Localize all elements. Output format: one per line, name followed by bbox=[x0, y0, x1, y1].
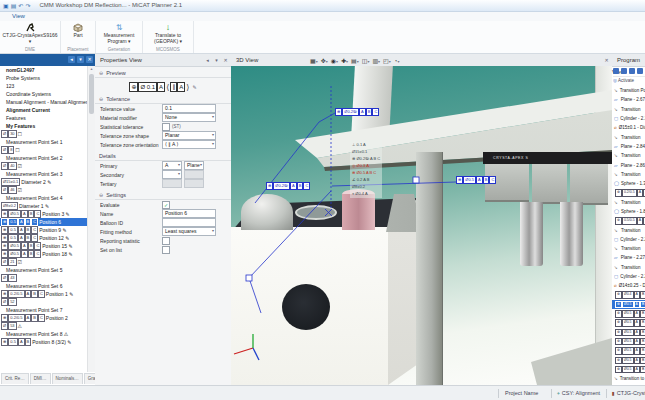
save-icon[interactable]: ▤ bbox=[11, 1, 17, 11]
gdt-annotation-3[interactable]: ⊕Ø0.5ABC bbox=[456, 176, 496, 184]
program-item[interactable]: ▱ Plane - 2.27 bbox=[612, 253, 645, 262]
program-item[interactable]: ↘ Transition bbox=[612, 132, 645, 141]
tree-item[interactable]: ⊕0.2/0.5ABC Position 1 ✎ bbox=[0, 290, 88, 298]
fitting-method-select[interactable]: Least squares▾ bbox=[162, 227, 216, 236]
program-tool-icon[interactable] bbox=[621, 68, 627, 74]
tree-item[interactable]: ⊕0.5ABC Position 6 bbox=[0, 218, 88, 226]
tree-item[interactable]: Measurement Point Set 7 bbox=[0, 306, 88, 314]
tolerance-section-header[interactable]: ⊖ Tolerance bbox=[95, 94, 231, 104]
tree-item[interactable]: Measurement Point Set 6 bbox=[0, 282, 88, 290]
program-item[interactable]: ▢ Cylinder - 2.16 bbox=[612, 114, 645, 123]
program-item[interactable]: ◯ Sphere - 1.86 bbox=[612, 207, 645, 216]
program-item[interactable]: ↘ Transition bbox=[612, 151, 645, 160]
tree-item[interactable]: Measurement Point Set 5 bbox=[0, 266, 88, 274]
close-icon[interactable]: ✕ bbox=[603, 56, 610, 64]
tree-item[interactable]: Ø15±0.1 Diameter 2 ✎ bbox=[0, 178, 88, 186]
tab-dmi[interactable]: DMI… bbox=[30, 373, 51, 384]
tree-item[interactable]: Ø40 ☑ bbox=[0, 162, 88, 170]
tab-nominals[interactable]: Nominals… bbox=[52, 373, 83, 384]
tree-item[interactable]: ⊕0.5AB Position 8 (3/2) ✎ bbox=[0, 338, 88, 346]
program-item[interactable]: ↘ Transition bbox=[612, 198, 645, 207]
tree-item[interactable]: ⊕Ø0.5ABC Position 18 ✎ bbox=[0, 250, 88, 258]
program-item[interactable]: ⊕0.2/0.5AB bbox=[612, 188, 645, 197]
set-on-list-checkbox[interactable] bbox=[162, 246, 170, 254]
program-item[interactable]: ↘ Transition bbox=[612, 263, 645, 272]
tree-item[interactable]: ⊕0.5ABC Position 9 ✎ bbox=[0, 226, 88, 234]
program-item[interactable]: ⊕Ø0.5AB bbox=[612, 309, 645, 318]
tree-item[interactable]: Alignment Current bbox=[0, 106, 88, 114]
tree-scrollbar[interactable]: ▴ bbox=[87, 66, 95, 372]
tree-item[interactable]: ⊕Ø0.5ABC Position 3 ✎ bbox=[0, 210, 88, 218]
tree-item[interactable]: Coordinate Systems bbox=[0, 90, 88, 98]
gdt-annotation-4[interactable]: ⊕Ø0.2ⓂABC bbox=[266, 182, 310, 190]
program-item[interactable]: ◯ Sphere - 1.34 bbox=[612, 179, 645, 188]
program-tool-icon[interactable] bbox=[637, 68, 643, 74]
statistical-tolerance-checkbox[interactable] bbox=[162, 123, 170, 131]
tree-item[interactable]: Ø21 ☑ bbox=[0, 258, 88, 266]
program-item[interactable]: ↘ Transition bbox=[612, 170, 645, 179]
tolerance-value-input[interactable]: 0.1 bbox=[162, 104, 216, 113]
primary-datum-select[interactable]: A▾ bbox=[162, 161, 182, 170]
program-item[interactable]: ▢ Cylinder - 2.20 bbox=[612, 272, 645, 281]
tree-item[interactable]: ⊕Ø0.5ABC Position 15 ✎ bbox=[0, 242, 88, 250]
program-item[interactable]: ⊕Ø0.5AB bbox=[612, 300, 645, 309]
tree-item[interactable]: 123 bbox=[0, 82, 88, 90]
evaluate-checkbox[interactable]: ✓ bbox=[162, 201, 170, 209]
zone-shape-select[interactable]: Planar▾ bbox=[162, 131, 216, 140]
gdt-annotation-1[interactable]: ⊕Ø0.2ⓂABC bbox=[335, 108, 379, 116]
program-item[interactable]: ⊕Ø0.5AB bbox=[612, 356, 645, 365]
scrollbar-thumb[interactable] bbox=[89, 74, 94, 114]
program-item[interactable]: ⊕0.5/0.5AB bbox=[612, 216, 645, 225]
program-item[interactable]: ⊕Ø0.5AB bbox=[612, 337, 645, 346]
tree-item[interactable]: Probe Systems bbox=[0, 74, 88, 82]
tree-item[interactable]: Ø8 ☐ bbox=[0, 146, 88, 154]
tree-item[interactable]: Measurement Point Set 4 bbox=[0, 194, 88, 202]
program-item[interactable]: ⌀ Ø14±0.25 - Di bbox=[612, 281, 645, 290]
program-item[interactable]: ↘ Transition bbox=[612, 105, 645, 114]
program-item[interactable]: ⊕Ø0.4AB bbox=[612, 291, 645, 300]
program-item[interactable]: ⊕Ø0.5AB bbox=[612, 346, 645, 355]
tree-item[interactable]: ⊕0.5ABC Position 12 ✎ bbox=[0, 234, 88, 242]
tree-item[interactable]: Ø46 ☑ bbox=[0, 186, 88, 194]
activate-row[interactable]: ◎ Activate bbox=[613, 76, 634, 86]
program-item[interactable]: ↘ Transition to t bbox=[612, 374, 645, 383]
program-item[interactable]: ▱ Plane - 2.67 bbox=[612, 95, 645, 104]
tree-item[interactable]: Ø30 ☐ bbox=[0, 130, 88, 138]
program-item[interactable]: ⊕Ø0.5AB bbox=[612, 328, 645, 337]
tree-item[interactable]: Measurement Point Set 8 ⚠ bbox=[0, 330, 88, 338]
program-item[interactable]: ▢ Cylinder - 2.2 bbox=[612, 235, 645, 244]
preview-section-header[interactable]: ⊖ Preview bbox=[95, 68, 231, 78]
program-item[interactable]: ↘ Transition bbox=[612, 225, 645, 234]
program-item[interactable]: ▱ Plane - 2.86 bbox=[612, 160, 645, 169]
tab-view[interactable]: View bbox=[8, 12, 29, 21]
tree-item[interactable]: Measurement Point Set 2 bbox=[0, 154, 88, 162]
undo-icon[interactable]: ↶ bbox=[18, 1, 23, 11]
tree-item[interactable]: My Features bbox=[0, 122, 88, 130]
program-item[interactable]: ⊕Ø0.5AB bbox=[612, 318, 645, 327]
tree-item[interactable]: Ø52 bbox=[0, 298, 88, 306]
settings-section-header[interactable]: ⊖ Settings bbox=[95, 190, 231, 200]
tree-item[interactable]: Measurement Point Set 1 bbox=[0, 138, 88, 146]
tree-item[interactable]: Measurement Point Set 3 bbox=[0, 170, 88, 178]
dock-icon[interactable]: ▾ bbox=[77, 56, 84, 63]
edit-pencil-icon[interactable]: ✎ bbox=[192, 84, 196, 90]
secondary-datum-select[interactable]: ▾ bbox=[162, 170, 182, 179]
pin-icon[interactable]: ◂ bbox=[204, 56, 211, 64]
gdt-annotation-stack[interactable]: ⊥ 0.1 AØ15±0.1⊕ Ø0.2Ⓜ A B C◎ Ø0.3 A⊕ Ø0.… bbox=[350, 140, 382, 198]
program-item[interactable]: ⌀ Ø15±0.1 - Diam bbox=[612, 123, 645, 132]
measurement-program-button[interactable]: ⇅ Measurement Program ▾ bbox=[104, 21, 135, 44]
name-input[interactable]: Position 6 bbox=[162, 209, 216, 218]
close-icon[interactable]: ✕ bbox=[222, 56, 229, 64]
translate-button[interactable]: ↓ Translate to (GEOPAK) ▾ bbox=[154, 21, 182, 44]
program-item[interactable]: ⊕Ø0.5AB bbox=[612, 365, 645, 374]
tree-item[interactable]: Ø53 ⚠ bbox=[0, 322, 88, 330]
tree-item[interactable]: Manual Alignment - Manual Alignment bbox=[0, 98, 88, 106]
tree-item[interactable]: ⊕0.2/0.5ABC Position 2 bbox=[0, 314, 88, 322]
tree-item[interactable]: Features bbox=[0, 114, 88, 122]
tree-item[interactable]: nomGL2497 bbox=[0, 66, 88, 74]
pin-icon[interactable]: ◂ bbox=[68, 56, 75, 63]
program-item[interactable]: ↘ Transition bbox=[612, 244, 645, 253]
material-modifier-select[interactable]: None▾ bbox=[162, 113, 216, 122]
machine-button[interactable]: CTJG-CrystaApexS9166 ▾ bbox=[2, 21, 57, 44]
dock-icon[interactable]: ▾ bbox=[213, 56, 220, 64]
